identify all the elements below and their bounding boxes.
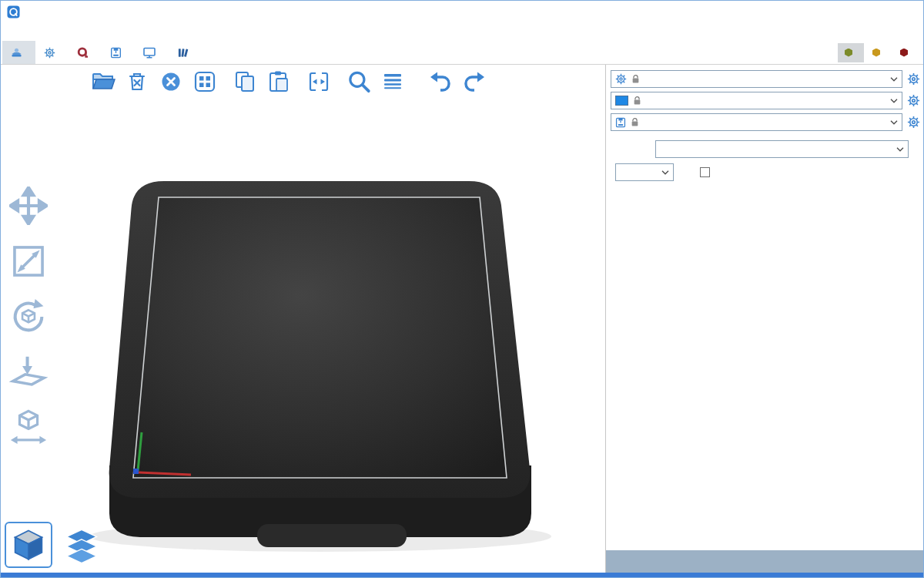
brim-checkbox[interactable]: [700, 167, 710, 177]
filament-select[interactable]: [611, 92, 902, 109]
mode-expert[interactable]: [893, 43, 919, 62]
gizmo-toolbar: [5, 184, 52, 449]
gear-icon: [907, 94, 920, 107]
chevron-down-icon: [887, 93, 901, 108]
chevron-down-icon: [887, 115, 901, 129]
printer-gear-button[interactable]: [906, 115, 921, 130]
minimize-button[interactable]: [822, 1, 855, 23]
filament-gear-button[interactable]: [906, 93, 921, 109]
app-logo-icon: [7, 5, 20, 18]
menu-help[interactable]: [75, 30, 89, 35]
filament-icon: [77, 47, 89, 59]
menu-view[interactable]: [48, 30, 62, 35]
window-controls: [822, 1, 923, 23]
preview-button[interactable]: [60, 527, 103, 566]
gear-icon: [907, 72, 920, 86]
titlebar: [1, 1, 923, 23]
mode-switcher: [838, 41, 923, 64]
delete-button[interactable]: [122, 67, 152, 96]
view-switcher: [5, 522, 103, 568]
move-icon: [9, 187, 48, 225]
paste-button[interactable]: [264, 67, 293, 96]
arrange-icon: [192, 69, 217, 94]
measure-button[interactable]: [5, 406, 52, 449]
print-settings-select[interactable]: [611, 70, 902, 88]
tab-print-settings[interactable]: [35, 41, 69, 64]
undo-button[interactable]: [426, 67, 455, 96]
print-bed: [1, 65, 605, 574]
lock-icon: [631, 74, 640, 84]
tab-filament-settings[interactable]: [69, 41, 102, 64]
viewport-3d[interactable]: [1, 65, 605, 574]
print-settings-gear-button[interactable]: [906, 72, 921, 87]
gear-icon: [615, 73, 627, 85]
simple-mode-icon: [845, 49, 852, 57]
device-icon: [143, 47, 156, 59]
advanced-mode-icon: [872, 49, 880, 57]
guide-icon: [177, 47, 189, 59]
lock-icon: [633, 96, 641, 106]
main-toolbar: [89, 67, 494, 96]
export-gcode-button[interactable]: [606, 550, 923, 573]
open-project-button[interactable]: [89, 67, 118, 96]
supports-select[interactable]: [655, 140, 909, 158]
plater-icon: [11, 47, 22, 59]
close-button[interactable]: [889, 1, 923, 23]
layers-preview-icon: [64, 528, 99, 565]
view-3d-button[interactable]: [5, 522, 52, 568]
gear-icon: [907, 116, 920, 129]
tab-printer-settings[interactable]: [102, 41, 135, 64]
printer-select[interactable]: [611, 113, 902, 131]
scale-button[interactable]: [5, 240, 52, 283]
variable-layer-height-button[interactable]: [378, 67, 407, 96]
redo-icon: [462, 69, 487, 94]
maximize-button[interactable]: [855, 1, 889, 23]
copy-button[interactable]: [230, 67, 259, 96]
rotate-button[interactable]: [5, 295, 52, 338]
filament-color-swatch: [615, 96, 628, 106]
open-folder-icon: [91, 69, 116, 94]
menu-window[interactable]: [34, 30, 48, 35]
paste-icon: [266, 69, 291, 94]
search-button[interactable]: [344, 67, 373, 96]
printer-icon: [615, 117, 626, 128]
delete-all-button[interactable]: [156, 67, 186, 96]
status-strip: [1, 573, 923, 577]
place-on-face-icon: [8, 352, 49, 392]
menu-edit[interactable]: [20, 30, 34, 35]
menu-file[interactable]: [6, 30, 20, 35]
expert-mode-icon: [900, 49, 908, 57]
arrange-button[interactable]: [190, 67, 219, 96]
app-window: [0, 0, 924, 578]
delete-all-icon: [159, 69, 183, 94]
measure-icon: [8, 408, 49, 448]
search-icon: [346, 69, 372, 95]
layers-list-icon: [380, 69, 405, 94]
lock-icon: [631, 117, 639, 127]
tab-plater[interactable]: [2, 41, 35, 64]
menubar: [1, 23, 923, 41]
move-button[interactable]: [5, 184, 52, 227]
split-icon: [306, 69, 331, 94]
chevron-down-icon: [893, 142, 907, 156]
place-on-face-button[interactable]: [5, 351, 52, 394]
copy-icon: [233, 69, 257, 94]
trash-icon: [125, 69, 149, 94]
mode-advanced[interactable]: [865, 43, 892, 62]
scale-icon: [9, 242, 48, 281]
gear-icon: [44, 47, 55, 59]
infill-select[interactable]: [615, 163, 674, 181]
tab-device[interactable]: [135, 41, 169, 64]
printer-icon: [110, 47, 122, 59]
rotate-icon: [8, 297, 49, 337]
menu-configuration[interactable]: [62, 30, 75, 35]
tab-guide[interactable]: [169, 41, 202, 64]
chevron-down-icon: [887, 72, 901, 86]
undo-icon: [428, 69, 453, 94]
tabbar: [1, 41, 923, 65]
split-button[interactable]: [304, 67, 333, 96]
redo-button[interactable]: [460, 67, 489, 96]
cube-3d-icon: [12, 528, 45, 562]
mode-simple[interactable]: [838, 43, 864, 62]
settings-sidebar: [605, 65, 924, 574]
